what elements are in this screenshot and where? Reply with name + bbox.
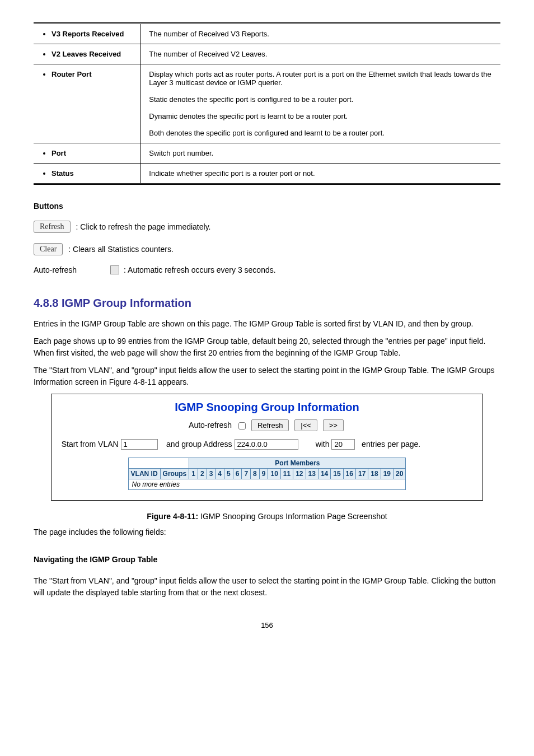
screenshot-controls: Auto-refresh Refresh |<< >>: [57, 419, 477, 431]
refresh-button-desc: : Click to refresh the page immediately.: [76, 222, 211, 231]
port-column-header: 12: [293, 469, 306, 479]
auto-refresh-checkbox[interactable]: [238, 422, 246, 430]
clear-button-desc-row: Clear : Clears all Statistics counters.: [34, 243, 500, 255]
navigating-section: Navigating the IGMP Group Table The "Sta…: [34, 555, 500, 599]
page-fields-intro: The page includes the following fields:: [34, 526, 500, 538]
port-members-header: Port Members: [189, 458, 406, 469]
port-column-header: 14: [318, 469, 330, 479]
with-label: with: [316, 440, 330, 449]
section-paragraph-3: The "Start from VLAN", and "group" input…: [34, 365, 500, 388]
param-label: V3 Reports Received: [34, 24, 141, 44]
port-column-header: 2: [198, 469, 207, 479]
vlan-input[interactable]: [121, 439, 158, 450]
screenshot-filter-row: Start from VLAN and group Address with e…: [57, 439, 477, 458]
param-label: V2 Leaves Received: [34, 44, 141, 64]
checkbox-icon: [110, 265, 119, 274]
page-number: 156: [34, 621, 500, 629]
entries-per-page-label: entries per page.: [362, 440, 420, 449]
port-column-header: 6: [233, 469, 242, 479]
param-label: Status: [34, 164, 141, 184]
param-desc: Indicate whether specific port is a rout…: [141, 164, 500, 184]
entries-per-page-input[interactable]: [331, 439, 355, 450]
port-column-header: 20: [394, 469, 406, 479]
clear-button-image: Clear: [34, 243, 63, 255]
port-column-header: 17: [355, 469, 368, 479]
port-column-header: 18: [368, 469, 381, 479]
column-header: VLAN ID: [128, 469, 160, 479]
figure-link: Figure 4-8-11: [109, 377, 156, 386]
port-column-header: 5: [224, 469, 233, 479]
port-column-header: 7: [242, 469, 251, 479]
param-desc: The number of Received V2 Leaves.: [141, 44, 500, 64]
parameter-description-table: V3 Reports ReceivedThe number of Receive…: [34, 22, 500, 185]
port-column-header: 1: [189, 469, 198, 479]
port-column-header: 13: [306, 469, 318, 479]
port-column-header: 15: [331, 469, 343, 479]
figure-caption: Figure 4-8-11: IGMP Snooping Groups Info…: [34, 512, 500, 521]
column-header: Groups: [160, 469, 189, 479]
refresh-button-desc-row: Refresh : Click to refresh the page imme…: [34, 221, 500, 233]
navigating-heading: Navigating the IGMP Group Table: [34, 555, 500, 564]
auto-refresh-label: Auto-refresh: [189, 421, 232, 430]
auto-refresh-desc-row: Auto-refresh : Automatic refresh occurs …: [34, 265, 500, 274]
next-page-button[interactable]: >>: [323, 419, 344, 431]
port-column-header: 8: [251, 469, 260, 479]
section-paragraph-2: Each page shows up to 99 entries from th…: [34, 335, 500, 359]
igmp-group-table: Port MembersVLAN IDGroups123456789101112…: [128, 458, 406, 490]
refresh-button-image: Refresh: [34, 221, 71, 233]
start-from-vlan-label: Start from VLAN: [62, 440, 119, 449]
clear-button-desc: : Clears all Statistics counters.: [68, 245, 174, 254]
port-column-header: 10: [268, 469, 280, 479]
port-column-header: 9: [259, 469, 268, 479]
screenshot-figure: IGMP Snooping Group Information Auto-ref…: [51, 394, 484, 501]
and-group-address-label: and group Address: [166, 440, 232, 449]
param-desc: The number of Received V3 Reports.: [141, 24, 500, 44]
port-column-header: 16: [343, 469, 355, 479]
buttons-heading: Buttons: [34, 202, 500, 211]
first-page-button[interactable]: |<<: [294, 419, 317, 431]
port-column-header: 4: [216, 469, 224, 479]
port-column-header: 11: [280, 469, 293, 479]
port-column-header: 3: [207, 469, 216, 479]
param-desc: Display which ports act as router ports.…: [141, 64, 500, 143]
param-desc: Switch port number.: [141, 143, 500, 164]
refresh-button[interactable]: Refresh: [251, 419, 289, 431]
screenshot-title: IGMP Snooping Group Information: [57, 401, 477, 414]
auto-refresh-desc: : Automatic refresh occurs every 3 secon…: [124, 265, 276, 274]
param-label: Port: [34, 143, 141, 164]
navigating-text: The "Start from VLAN", and "group" input…: [34, 575, 500, 599]
section-heading: 4.8.8 IGMP Group Information: [34, 297, 500, 310]
param-label: Router Port: [34, 64, 141, 143]
no-more-entries: No more entries: [128, 479, 406, 490]
group-address-input[interactable]: [235, 439, 298, 450]
port-column-header: 19: [381, 469, 393, 479]
auto-refresh-prefix: Auto-refresh: [34, 265, 77, 274]
section-paragraph-1: Entries in the IGMP Group Table are show…: [34, 318, 500, 330]
